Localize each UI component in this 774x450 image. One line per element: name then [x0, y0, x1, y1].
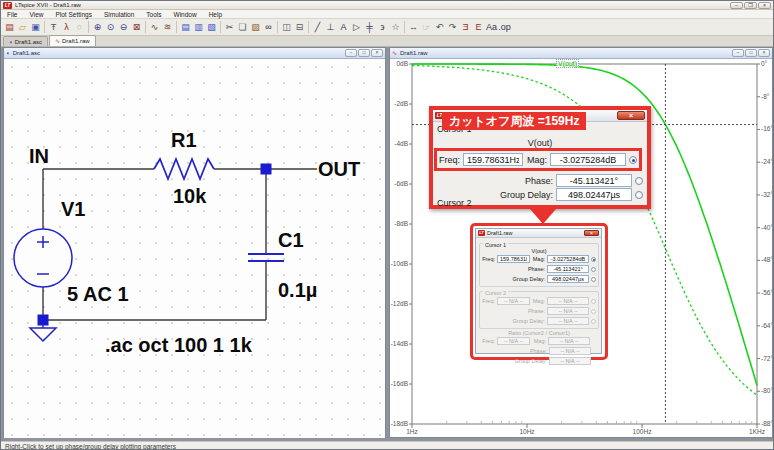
plot-minimize-button[interactable]: – — [732, 49, 744, 57]
schematic-maximize-button[interactable]: □ — [358, 49, 370, 57]
open-icon[interactable]: ▱ — [16, 20, 29, 34]
cut-icon[interactable]: ✂ — [223, 20, 236, 34]
mag-input[interactable] — [547, 255, 589, 263]
capacitor-icon[interactable]: ╪ — [363, 20, 376, 34]
trace-label-vout[interactable]: V(out) — [556, 59, 579, 68]
group-delay-radio[interactable] — [635, 191, 643, 199]
phase-radio[interactable] — [591, 309, 596, 314]
maximize-button[interactable]: ❐ — [744, 2, 757, 9]
c1-value-label[interactable]: 0.1µ — [278, 279, 317, 301]
mag-input[interactable] — [550, 153, 626, 166]
mag-radio[interactable] — [591, 257, 596, 262]
label-icon[interactable]: A — [337, 20, 350, 34]
copy-icon[interactable]: ❏ — [236, 20, 249, 34]
tile-horizontal-icon[interactable]: ▤ — [179, 20, 192, 34]
zoom-out-icon[interactable]: ⊖ — [117, 20, 130, 34]
run-icon[interactable]: λ — [60, 20, 73, 34]
net-label-out[interactable]: OUT — [318, 158, 360, 180]
tab-draft1-asc[interactable]: ◖ Draft1.asc — [3, 36, 48, 46]
minimize-button[interactable]: – — [730, 2, 743, 9]
net-label-in[interactable]: IN — [29, 145, 49, 167]
spice-directive-text[interactable]: .ac oct 100 1 1k — [105, 334, 253, 356]
phase-radio[interactable] — [591, 267, 596, 272]
inductor-icon[interactable]: ϶ — [376, 20, 389, 34]
v1-name-label[interactable]: V1 — [61, 198, 85, 220]
menu-plot-settings[interactable]: Plot Settings — [49, 10, 98, 19]
r1-name-label[interactable]: R1 — [171, 129, 197, 151]
v1-value-label[interactable]: 5 AC 1 — [67, 283, 129, 305]
group-delay-radio[interactable] — [591, 277, 596, 282]
zoom-back-icon[interactable]: ⊙ — [104, 20, 117, 34]
mag-radio[interactable] — [629, 156, 637, 164]
save-icon[interactable]: ▣ — [29, 20, 42, 34]
print-icon[interactable]: ⊟ — [293, 20, 306, 34]
plot-close-button[interactable]: × — [758, 49, 770, 57]
plot-maximize-button[interactable]: □ — [745, 49, 757, 57]
y-right-tick-label: 0° — [761, 60, 768, 67]
freq-input[interactable] — [463, 153, 523, 166]
plot-window-icon: ∿ — [392, 50, 397, 56]
zoom-full-icon[interactable]: ⊠ — [130, 20, 143, 34]
move-icon[interactable]: ↔ — [407, 20, 420, 34]
resistor-R1[interactable] — [154, 159, 214, 179]
drag-icon[interactable]: ☞ — [420, 20, 433, 34]
new-schematic-icon[interactable]: ▤ — [3, 20, 16, 34]
schematic-close-button[interactable]: × — [371, 49, 383, 57]
schematic-window-titlebar[interactable]: ◖ Draft1.asc – □ × — [4, 48, 385, 59]
paste-icon[interactable]: ▨ — [249, 20, 262, 34]
cursor-dialog-titlebar[interactable]: LT Draft1.raw × — [476, 229, 601, 238]
autorange-icon[interactable]: ∿ — [148, 20, 161, 34]
group-delay-input[interactable] — [547, 275, 589, 283]
text-icon[interactable]: Aa — [485, 20, 498, 34]
redo-icon[interactable]: ↷ — [446, 20, 459, 34]
node-out[interactable] — [261, 164, 272, 175]
cursor2-group: Cursor 2 Freq: Mag: Phase: — [479, 291, 599, 329]
control-panel-icon[interactable]: Ŧ — [47, 20, 60, 34]
menu-simulation[interactable]: Simulation — [98, 10, 140, 19]
group-delay-radio[interactable] — [591, 319, 596, 324]
phase-input[interactable] — [556, 174, 632, 187]
component-icon[interactable]: ☆ — [389, 20, 402, 34]
schematic-minimize-button[interactable]: – — [345, 49, 357, 57]
plot-window-titlebar[interactable]: ∿ Draft1.raw – □ × — [390, 48, 772, 59]
close-button[interactable]: × — [758, 2, 771, 9]
r1-value-label[interactable]: 10k — [173, 185, 207, 207]
plot-area[interactable]: 0dB-2dB-4dB-6dB-8dB-10dB-12dB-14dB-16dB-… — [390, 59, 772, 438]
print-preview-icon[interactable]: ◫ — [280, 20, 293, 34]
node-gnd[interactable] — [38, 315, 49, 326]
halt-icon[interactable]: ○ — [73, 20, 86, 34]
menu-window[interactable]: Window — [168, 10, 203, 19]
cursor-dialog: LT Draft1.raw × Cursor 1 V(out) Freq: Ma… — [475, 228, 602, 354]
wire-icon[interactable]: ╱ — [311, 20, 324, 34]
menu-tools[interactable]: Tools — [140, 10, 167, 19]
group-delay-input[interactable] — [556, 188, 632, 201]
ground-icon[interactable]: ⊥ — [324, 20, 337, 34]
cursor-dialog-close-button[interactable]: × — [584, 230, 599, 236]
ground-symbol[interactable] — [30, 328, 56, 341]
capacitor-C1[interactable] — [248, 254, 284, 261]
tile-vertical-icon[interactable]: ▥ — [192, 20, 205, 34]
plot-settings-icon[interactable]: ≋ — [161, 20, 174, 34]
spice-directive-icon[interactable]: .op — [498, 20, 511, 34]
phase-input[interactable] — [547, 265, 589, 273]
undo-icon[interactable]: ↶ — [433, 20, 446, 34]
mag-radio[interactable] — [591, 299, 596, 304]
y-right-tick-label: -80° — [761, 387, 772, 394]
schematic-canvas[interactable]: IN OUT R1 10k V1 5 AC 1 C1 0.1µ .ac oct … — [4, 59, 385, 438]
c1-name-label[interactable]: C1 — [278, 229, 304, 251]
rotate-icon[interactable]: E — [472, 20, 485, 34]
voltage-source-V1[interactable] — [14, 229, 72, 287]
menu-help[interactable]: Help — [203, 10, 228, 19]
callout-close-button[interactable]: × — [617, 111, 645, 120]
mirror-icon[interactable]: Ǝ — [459, 20, 472, 34]
cursor1-group: Cursor 1 V(out) Freq: Mag: Phase: — [479, 243, 599, 287]
menu-file[interactable]: File — [1, 10, 23, 19]
zoom-in-icon[interactable]: ⊕ — [91, 20, 104, 34]
menu-view[interactable]: View — [23, 10, 49, 19]
find-icon[interactable]: ∞ — [262, 20, 275, 34]
phase-radio[interactable] — [635, 177, 643, 185]
diode-icon[interactable]: ▷ — [350, 20, 363, 34]
freq-input[interactable] — [497, 255, 530, 263]
cascade-windows-icon[interactable]: ▧ — [205, 20, 218, 34]
tab-draft1-raw[interactable]: ∿ Draft1.raw — [49, 35, 96, 46]
